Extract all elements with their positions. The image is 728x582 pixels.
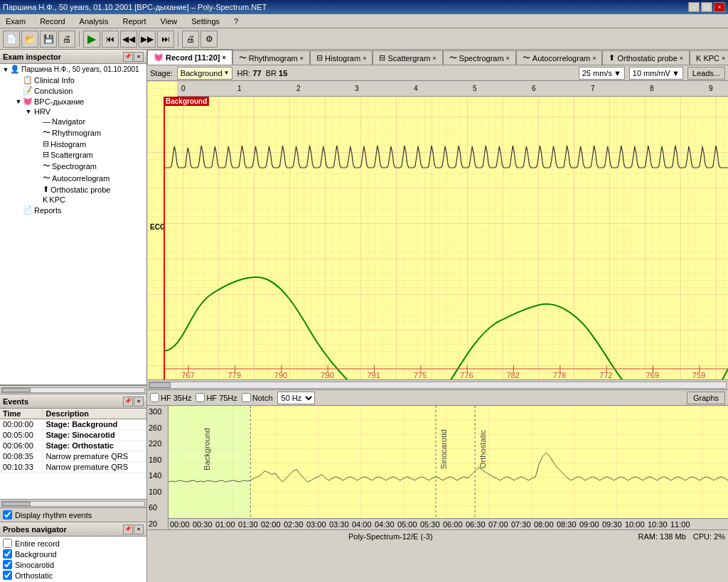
expand-patient[interactable]: ▼ [1, 66, 10, 73]
tree-item-navigator[interactable]: — Navigator [0, 117, 146, 126]
print2-button[interactable]: 🖨 [182, 31, 199, 48]
probe-sinocarotid-check[interactable] [3, 560, 12, 569]
menu-report[interactable]: Report [119, 16, 151, 27]
menu-view[interactable]: View [156, 16, 182, 27]
event-row[interactable]: 00:05:00Stage: Sinocarotid [0, 430, 146, 441]
notch-select[interactable]: 50 Hz 60 Hz [277, 392, 315, 404]
tab-spectrogram[interactable]: 〜 Spectrogram × [443, 50, 516, 65]
event-row[interactable]: 00:08:35Narrow premature QRS [0, 451, 146, 462]
probe-background[interactable]: Background [1, 549, 145, 559]
menu-record[interactable]: Record [36, 16, 69, 27]
probe-entire[interactable]: Entire record [1, 538, 145, 549]
filter-bar: HF 35Hz HF 75Hz Notch 50 Hz 60 Hz Graphs [147, 389, 728, 405]
probe-background-check[interactable] [3, 549, 12, 559]
svg-text:790: 790 [274, 371, 287, 379]
exam-inspector-pin[interactable]: 📌 [123, 52, 133, 62]
speed1-dropdown[interactable]: 25 mm/s ▼ [579, 67, 625, 80]
tree-item-rhythmogram[interactable]: 〜 Rhythmogram [0, 126, 146, 139]
play-button[interactable]: ▶ [83, 31, 100, 48]
tab-orthostatic-probe[interactable]: ⬆ Orthostatic probe × [602, 50, 690, 65]
probes-panel: Probes navigator 📌 × Entire record Backg… [0, 522, 146, 582]
tree-item-autocorrelogram[interactable]: 〜 Autocorrelogram [0, 172, 146, 184]
open-button[interactable]: 📂 [21, 31, 38, 48]
pg-waveform: V | V | V [147, 252, 728, 379]
menu-help[interactable]: ? [230, 16, 242, 27]
probes-close[interactable]: × [134, 524, 144, 534]
hf35-checkbox[interactable] [150, 393, 159, 402]
chart-hscroll-track[interactable] [149, 382, 727, 389]
probe-orthostatic[interactable]: Orthostatic [1, 570, 145, 581]
tree-item-histogram[interactable]: ⊟ Histogram [0, 139, 146, 149]
tree-item-clinical[interactable]: 📋 Clinical Info [0, 75, 146, 85]
tree-item-hrv[interactable]: ▼ HRV [0, 107, 146, 117]
tree-item-reports[interactable]: 📄 Reports [0, 205, 146, 215]
tree-item-bpc[interactable]: ▼ 💓 BPC-дыхание [0, 96, 146, 107]
hscroll-thumb[interactable] [2, 388, 31, 392]
hf35-label[interactable]: HF 35Hz [161, 394, 191, 402]
probe-entire-check[interactable] [3, 539, 12, 548]
skip-back-button[interactable]: ⏮ [102, 31, 119, 48]
tab-record-label: Record [11:20] [166, 53, 220, 62]
event-row[interactable]: 00:00:00Stage: Background [0, 419, 146, 430]
tab-kpc-icon: K [696, 54, 701, 63]
close-button[interactable]: × [714, 2, 725, 12]
display-rhythm-events-checkbox[interactable] [3, 510, 12, 519]
step-back-button[interactable]: ◀◀ [120, 31, 137, 48]
new-button[interactable]: 📄 [3, 31, 20, 48]
event-row[interactable]: 00:10:33Narrow premature QRS [0, 462, 146, 473]
chart-hscroll[interactable] [147, 379, 728, 389]
notch-checkbox[interactable] [242, 393, 251, 402]
tab-rhythmogram[interactable]: 〜 Rhythmogram × [232, 50, 310, 65]
tab-autocorrelogram[interactable]: 〜 Autocorrelogram × [516, 50, 603, 65]
probe-orthostatic-check[interactable] [3, 571, 12, 580]
tree-item-orthostatic[interactable]: ⬆ Orthostatic probe [0, 184, 146, 195]
step-fwd-button[interactable]: ▶▶ [139, 31, 156, 48]
tab-rhythmogram-close[interactable]: × [300, 55, 304, 62]
notch-label[interactable]: Notch [252, 394, 273, 402]
events-close[interactable]: × [134, 397, 144, 406]
tab-orthostatic-close[interactable]: × [680, 55, 683, 62]
graphs-button[interactable]: Graphs [687, 392, 725, 404]
menu-settings[interactable]: Settings [187, 16, 224, 27]
speed2-dropdown[interactable]: 10 mm/mV ▼ [629, 67, 683, 80]
minimize-button[interactable]: − [688, 2, 700, 12]
tab-record-close[interactable]: × [222, 54, 225, 61]
menu-analysis[interactable]: Analysis [75, 16, 113, 27]
leads-button[interactable]: Leads... [687, 67, 725, 80]
skip-fwd-button[interactable]: ⏭ [157, 31, 174, 48]
menu-exam[interactable]: Exam [1, 16, 30, 27]
tab-scattergram-close[interactable]: × [432, 55, 436, 62]
save-button[interactable]: 💾 [40, 31, 57, 48]
tab-spectrogram-close[interactable]: × [506, 55, 510, 62]
tree-item-spectrogram[interactable]: 〜 Spectrogram [0, 160, 146, 172]
exam-tree-hscroll[interactable] [0, 385, 146, 394]
event-row[interactable]: 00:06:00Stage: Orthostatic [0, 441, 146, 451]
hscroll-track[interactable] [1, 387, 145, 393]
probes-pin[interactable]: 📌 [123, 524, 133, 534]
events-hscroll[interactable] [0, 499, 146, 507]
hr-label: HR: 77 [237, 69, 261, 77]
probe-sinocarotid[interactable]: Sinocarotid [1, 559, 145, 570]
hf75-label[interactable]: HF 75Hz [206, 394, 237, 402]
settings-button[interactable]: ⚙ [200, 31, 218, 48]
tab-kpc-close[interactable]: × [722, 55, 725, 62]
tab-autocorrelogram-close[interactable]: × [592, 55, 596, 62]
exam-inspector-close[interactable]: × [134, 52, 144, 62]
stage-dropdown[interactable]: Background ▼ [177, 67, 233, 80]
hf75-checkbox[interactable] [196, 393, 205, 402]
maximize-button[interactable]: □ [701, 2, 712, 12]
tree-item-scattergram[interactable]: ⊟ Scattergram [0, 149, 146, 160]
print-button[interactable]: 🖨 [58, 31, 75, 48]
display-rhythm-events-label[interactable]: Display rhythm events [15, 511, 92, 519]
tree-item-patient[interactable]: ▼ 👤 Паршина Н.Ф., 50 years, 01.10.2001 [0, 64, 146, 75]
tab-histogram-close[interactable]: × [363, 55, 366, 62]
tab-histogram[interactable]: ⊟ Histogram × [310, 50, 373, 65]
tab-record[interactable]: 💓 Record [11:20] × [147, 50, 232, 65]
tab-scattergram[interactable]: ⊟ Scattergram × [373, 50, 442, 65]
tab-kpc[interactable]: K KPC × [690, 50, 728, 65]
tab-orthostatic-icon: ⬆ [609, 53, 615, 63]
chart-hscroll-thumb[interactable] [149, 382, 171, 388]
events-pin[interactable]: 📌 [123, 397, 133, 406]
tree-item-kpc[interactable]: K KPC [0, 195, 146, 205]
tree-item-conclusion[interactable]: 📝 Conclusion [0, 85, 146, 96]
